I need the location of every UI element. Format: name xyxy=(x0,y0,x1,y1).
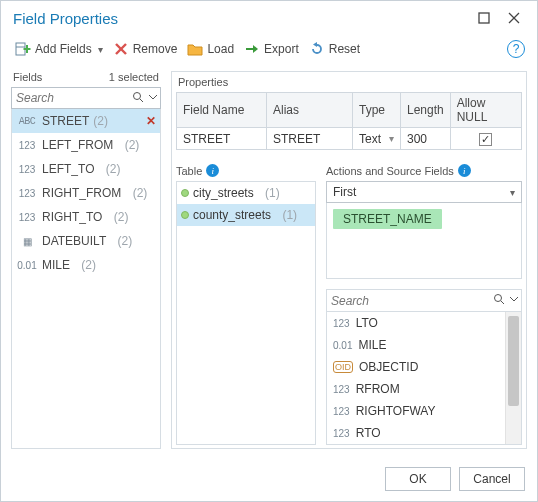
int-type-icon: 123 xyxy=(16,164,38,175)
export-label: Export xyxy=(264,42,299,56)
field-item[interactable]: 0.01MILE (2) xyxy=(12,253,160,277)
close-button[interactable] xyxy=(499,3,529,33)
field-item[interactable]: ▦DATEBUILT (2) xyxy=(12,229,160,253)
table-item[interactable]: city_streets (1) xyxy=(177,182,315,204)
svg-rect-0 xyxy=(479,13,489,23)
add-fields-label: Add Fields xyxy=(35,42,92,56)
checkbox-icon[interactable] xyxy=(479,133,492,146)
source-field-item[interactable]: 123RTO xyxy=(327,422,521,444)
actions-header: Actions and Source Fields xyxy=(326,165,454,177)
source-field-item[interactable]: 123LTO xyxy=(327,312,521,334)
remove-label: Remove xyxy=(133,42,178,56)
col-name[interactable]: Field Name xyxy=(177,93,267,128)
field-item[interactable]: ABC STREET (2) ✕ xyxy=(12,109,160,133)
load-label: Load xyxy=(207,42,234,56)
fields-list: ABC STREET (2) ✕ 123LEFT_FROM (2) 123LEF… xyxy=(11,109,161,449)
layer-icon xyxy=(181,189,189,197)
col-type[interactable]: Type xyxy=(353,93,401,128)
field-item[interactable]: 123RIGHT_FROM (2) xyxy=(12,181,160,205)
ok-button[interactable]: OK xyxy=(385,467,451,491)
int-type-icon: 123 xyxy=(16,188,38,199)
text-type-icon: ABC xyxy=(16,116,38,127)
sources-list: 123LTO 0.01MILE OIDOBJECTID 123RFROM 123… xyxy=(327,312,521,444)
svg-line-13 xyxy=(501,301,504,304)
chevron-down-icon: ▾ xyxy=(98,44,103,55)
fields-search-input[interactable] xyxy=(11,87,161,109)
field-item[interactable]: 123LEFT_FROM (2) xyxy=(12,133,160,157)
chevron-down-icon: ▾ xyxy=(510,187,515,198)
export-button[interactable]: Export xyxy=(242,39,301,59)
reset-icon xyxy=(309,41,325,57)
window-title: Field Properties xyxy=(13,10,469,27)
cell-type[interactable]: Text▾ xyxy=(353,128,401,150)
remove-icon xyxy=(113,41,129,57)
source-field-item[interactable]: OIDOBJECTID xyxy=(327,356,521,378)
merge-rule-select[interactable]: First ▾ xyxy=(326,181,522,203)
chevron-down-icon[interactable] xyxy=(509,293,519,307)
field-item[interactable]: 123LEFT_TO (2) xyxy=(12,157,160,181)
sources-search-input[interactable] xyxy=(327,290,521,312)
table-item[interactable]: county_streets (1) xyxy=(177,204,315,226)
properties-header: Properties xyxy=(176,76,522,88)
date-type-icon: ▦ xyxy=(16,236,38,247)
int-type-icon: 123 xyxy=(16,140,38,151)
svg-line-11 xyxy=(140,99,143,102)
chevron-down-icon[interactable] xyxy=(148,91,158,105)
float-type-icon: 0.01 xyxy=(16,260,38,271)
toolbar: Add Fields▾ Remove Load Export Reset ? xyxy=(1,35,537,63)
field-label: STREET xyxy=(42,114,89,128)
add-fields-button[interactable]: Add Fields▾ xyxy=(13,39,105,59)
col-allownull[interactable]: Allow NULL xyxy=(450,93,521,128)
cell-allownull[interactable] xyxy=(450,128,521,150)
fields-header: Fields xyxy=(13,71,42,83)
tables-list: city_streets (1) county_streets (1) xyxy=(176,181,316,445)
col-alias[interactable]: Alias xyxy=(267,93,353,128)
folder-icon xyxy=(187,41,203,57)
reset-label: Reset xyxy=(329,42,360,56)
remove-field-icon[interactable]: ✕ xyxy=(146,114,156,128)
info-icon[interactable]: i xyxy=(458,164,471,177)
info-icon[interactable]: i xyxy=(206,164,219,177)
layer-icon xyxy=(181,211,189,219)
load-button[interactable]: Load xyxy=(185,39,236,59)
reset-button[interactable]: Reset xyxy=(307,39,362,59)
svg-point-12 xyxy=(495,295,502,302)
cell-length[interactable]: 300 xyxy=(401,128,451,150)
fields-selected-count: 1 selected xyxy=(109,71,159,83)
cancel-button[interactable]: Cancel xyxy=(459,467,525,491)
source-field-item[interactable]: 123RFROM xyxy=(327,378,521,400)
field-item[interactable]: 123RIGHT_TO (2) xyxy=(12,205,160,229)
cell-name[interactable]: STREET xyxy=(177,128,267,150)
add-fields-icon xyxy=(15,41,31,57)
source-field-chip[interactable]: STREET_NAME xyxy=(333,209,442,229)
search-icon xyxy=(132,91,144,106)
field-count: (2) xyxy=(93,114,108,128)
search-icon xyxy=(493,293,505,308)
minimize-button[interactable] xyxy=(469,3,499,33)
scrollbar[interactable] xyxy=(505,312,521,444)
remove-button[interactable]: Remove xyxy=(111,39,180,59)
col-length[interactable]: Length xyxy=(401,93,451,128)
svg-point-10 xyxy=(134,93,141,100)
source-chip-zone[interactable]: STREET_NAME xyxy=(326,203,522,279)
properties-table: Field Name Alias Type Length Allow NULL … xyxy=(176,92,522,150)
source-field-item[interactable]: 123RIGHTOFWAY xyxy=(327,400,521,422)
cell-alias[interactable]: STREET xyxy=(267,128,353,150)
export-icon xyxy=(244,41,260,57)
titlebar: Field Properties xyxy=(1,1,537,35)
source-field-item[interactable]: 0.01MILE xyxy=(327,334,521,356)
table-header: Table xyxy=(176,165,202,177)
int-type-icon: 123 xyxy=(16,212,38,223)
help-button[interactable]: ? xyxy=(507,40,525,58)
